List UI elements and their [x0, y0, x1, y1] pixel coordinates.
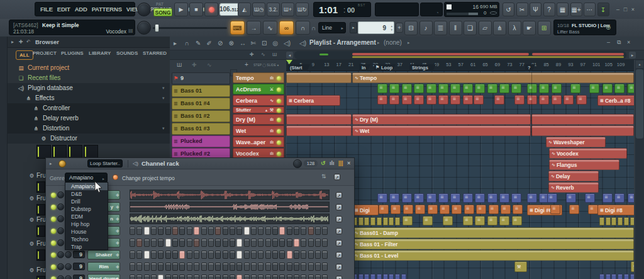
playlist-close-icon[interactable]: × [627, 39, 630, 45]
step-cell[interactable] [236, 227, 242, 235]
utility-clip[interactable]: ⚒ [631, 261, 634, 272]
step-cell[interactable] [172, 275, 178, 279]
metronome-hat-icon[interactable]: ∩ [296, 21, 310, 35]
pattern-value-box[interactable]: 9▴ ▾ [358, 21, 394, 34]
pattern-cell[interactable] [475, 216, 485, 225]
pattern-cell-small[interactable] [370, 274, 375, 279]
track-header-acdrums[interactable]: AcDrums⚔ [233, 84, 284, 94]
channel-button[interactable]: Rim✚ [87, 262, 120, 271]
pattern-cell[interactable] [628, 84, 634, 93]
step-cell[interactable] [158, 251, 164, 259]
step-cell[interactable] [165, 251, 171, 259]
pattern-cell[interactable] [588, 205, 598, 214]
step-cell[interactable] [244, 275, 250, 279]
push-to-piano-icon[interactable]: ⇅ [321, 173, 326, 179]
tree-row-distructor[interactable]: ⚙Distructor [8, 134, 170, 144]
add-track-button[interactable]: + [243, 61, 250, 69]
pan-knob[interactable] [57, 275, 64, 279]
swing-value-box[interactable]: 128 [304, 160, 318, 167]
channel-numbox[interactable]: 9 [73, 263, 85, 270]
pattern-cell[interactable] [499, 193, 509, 203]
step-cell[interactable] [294, 275, 299, 279]
timeline-marker-Strings[interactable]: Strings [409, 64, 436, 71]
step-cell[interactable] [151, 239, 157, 247]
save-new-version-icon[interactable]: ▦+ [570, 3, 582, 16]
step-cell[interactable] [158, 239, 164, 247]
plugin-thumbnail[interactable] [52, 145, 67, 159]
metronome-icon[interactable]: ◭ [238, 3, 251, 16]
pattern-cell[interactable] [463, 216, 473, 225]
menu-arrow-icon[interactable]: ▸ [50, 161, 52, 166]
pattern-cell[interactable] [487, 216, 497, 225]
step-cell[interactable] [301, 239, 306, 247]
browser-tab-library[interactable]: LIBRARY [89, 50, 111, 56]
pattern-cell[interactable] [501, 205, 511, 214]
channel-rack-icon[interactable]: ☰ [434, 21, 447, 35]
automation-clip-bass01filter[interactable]: ∿Bass 01 - Filter [352, 239, 634, 249]
step-cell[interactable] [315, 251, 321, 259]
step-cell[interactable] [158, 275, 164, 279]
tree-row-controller[interactable]: ⋔Controller [8, 103, 170, 113]
pan-knob[interactable] [57, 251, 64, 258]
plugin-thumbnail[interactable] [36, 204, 45, 215]
pattern-cell[interactable] [402, 95, 412, 105]
volume-knob[interactable] [65, 251, 72, 258]
rack-graph-icon[interactable]: ılı [330, 160, 335, 166]
step-cell[interactable] [151, 251, 157, 259]
pattern-cell[interactable] [379, 205, 389, 214]
record-button[interactable] [204, 3, 218, 16]
paint-tool-icon[interactable]: ✐ [207, 40, 212, 47]
pattern-cell[interactable] [566, 193, 576, 203]
browser-tab-plugins[interactable]: PLUGINS [61, 50, 84, 56]
pattern-item[interactable]: ≣Bass 01 #2 [172, 110, 230, 122]
pattern-cell-small[interactable] [618, 217, 623, 225]
step-cell[interactable] [272, 275, 278, 279]
chat-icon[interactable]: ⋯ [584, 3, 596, 16]
step-cell[interactable] [179, 251, 185, 259]
step-cell[interactable] [136, 239, 142, 247]
pattern-item[interactable]: ≣Bass 01 #3 [172, 123, 230, 135]
pattern-cell[interactable] [487, 193, 497, 203]
step-cell[interactable] [287, 251, 292, 259]
collapse-icon[interactable]: ▴ [265, 108, 267, 112]
step-cell[interactable] [258, 227, 264, 235]
pattern-cell[interactable] [550, 205, 560, 214]
step-cell[interactable] [315, 263, 321, 271]
loop-record-icon[interactable]: Ш↻ [296, 3, 309, 16]
step-cell[interactable] [201, 263, 207, 271]
pattern-cell[interactable] [426, 84, 436, 93]
pattern-cell[interactable] [487, 84, 497, 93]
automation-clip[interactable] [286, 125, 352, 136]
add-icon[interactable]: ✚ [192, 62, 197, 68]
pattern-cell[interactable] [552, 95, 562, 105]
step-cell[interactable] [294, 263, 299, 271]
pattern-cell-small[interactable] [599, 217, 604, 225]
pattern-cell[interactable] [475, 193, 485, 203]
pattern-cell[interactable] [464, 205, 474, 214]
target-selector[interactable]: ↗ [336, 264, 342, 270]
step-cell[interactable] [308, 263, 314, 271]
plugin-database-icon[interactable]: ▱ [479, 21, 492, 35]
pattern-cell[interactable] [552, 84, 562, 93]
pattern-cell[interactable] [564, 95, 574, 105]
step-cell[interactable] [223, 227, 228, 235]
pattern-cell[interactable] [402, 84, 412, 93]
step-cell[interactable] [244, 227, 250, 235]
pattern-cell-small[interactable] [618, 274, 623, 279]
pattern-cell[interactable] [614, 84, 625, 93]
pattern-cell[interactable] [569, 205, 579, 214]
pattern-cell-small[interactable] [630, 274, 635, 279]
step-cell[interactable] [223, 251, 228, 259]
pattern-cell-small[interactable] [364, 274, 369, 279]
app-minimize-icon[interactable]: – [614, 6, 621, 13]
pattern-cell-small[interactable] [401, 274, 406, 279]
utility-clip[interactable]: ⚒ [514, 261, 527, 272]
menu-item-patterns[interactable]: PATTERNS [92, 6, 122, 13]
step-cell[interactable] [251, 227, 257, 235]
step-cell[interactable] [322, 239, 328, 247]
pattern-cell-small[interactable] [358, 217, 364, 225]
pan-knob[interactable] [57, 263, 64, 270]
step-cell[interactable] [201, 239, 207, 247]
step-cell[interactable] [194, 227, 199, 235]
playlist-restore-icon[interactable]: ⧉ [617, 39, 621, 46]
